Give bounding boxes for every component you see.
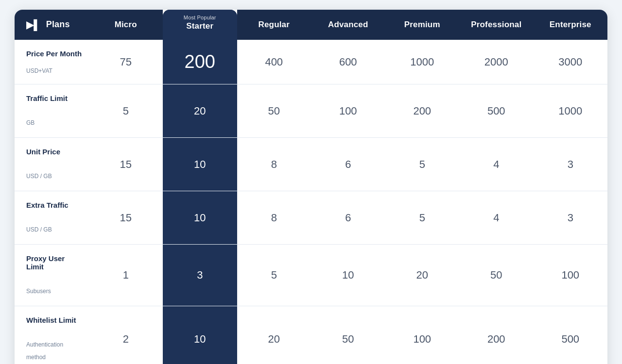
feature-col-proxy-user: Proxy User LimitSubusers: [15, 245, 89, 306]
cell-price-col0: 75: [89, 40, 163, 84]
cell-whitelist-col4: 100: [385, 306, 460, 364]
feature-col-extra-traffic: Extra TrafficUSD / GB: [15, 191, 89, 245]
cell-proxy-user-col5: 50: [459, 245, 534, 306]
row-proxy-user: Proxy User LimitSubusers135102050100: [15, 245, 607, 306]
cell-extra-traffic-col1: 10: [163, 191, 237, 245]
cell-unit-price-col1: 10: [163, 138, 237, 191]
cell-traffic-col3: 100: [311, 84, 385, 138]
cell-unit-price-col2: 8: [237, 138, 311, 191]
feature-sub-traffic: GB: [26, 119, 35, 126]
plans-label: Plans: [46, 19, 70, 29]
cell-proxy-user-col2: 5: [237, 245, 311, 306]
cell-price-col3: 600: [311, 40, 385, 84]
cell-price-col5: 2000: [459, 40, 534, 84]
plans-icon: ▶▌: [26, 19, 41, 31]
feature-col-traffic: Traffic LimitGB: [15, 84, 89, 138]
cell-unit-price-col6: 3: [534, 138, 608, 191]
cell-traffic-col6: 1000: [534, 84, 608, 138]
feature-sub-extra-traffic: USD / GB: [26, 226, 52, 233]
cell-extra-traffic-col5: 4: [459, 191, 534, 245]
feature-name-unit-price: Unit Price: [26, 148, 84, 156]
cell-whitelist-col1: 10: [163, 306, 237, 364]
cell-price-col4: 1000: [385, 40, 460, 84]
header-micro: Micro: [89, 10, 163, 40]
starter-label: Starter: [186, 21, 213, 31]
cell-extra-traffic-col2: 8: [237, 191, 311, 245]
most-popular-label: Most Popular: [168, 15, 232, 20]
cell-unit-price-col0: 15: [89, 138, 163, 191]
feature-name-whitelist: Whitelist Limit: [26, 316, 84, 324]
cell-whitelist-col3: 50: [311, 306, 385, 364]
cell-traffic-col5: 500: [459, 84, 534, 138]
table-body: Price Per MonthUSD+VAT752004006001000200…: [15, 40, 607, 364]
feature-col-unit-price: Unit PriceUSD / GB: [15, 138, 89, 191]
feature-col-price: Price Per MonthUSD+VAT: [15, 40, 89, 84]
header-professional: Professional: [459, 10, 534, 40]
cell-proxy-user-col0: 1: [89, 245, 163, 306]
cell-unit-price-col5: 4: [459, 138, 534, 191]
row-unit-price: Unit PriceUSD / GB151086543: [15, 138, 607, 191]
cell-extra-traffic-col6: 3: [534, 191, 608, 245]
cell-unit-price-col4: 5: [385, 138, 460, 191]
cell-proxy-user-col3: 10: [311, 245, 385, 306]
cell-traffic-col1: 20: [163, 84, 237, 138]
row-extra-traffic: Extra TrafficUSD / GB151086543: [15, 191, 607, 245]
feature-sub-proxy-user: Subusers: [26, 288, 51, 295]
pricing-table-wrapper: ▶▌ Plans Micro Most Popular Starter Regu…: [15, 10, 607, 364]
cell-proxy-user-col4: 20: [385, 245, 460, 306]
feature-name-proxy-user: Proxy User Limit: [26, 254, 84, 271]
cell-extra-traffic-col4: 5: [385, 191, 460, 245]
header-premium: Premium: [385, 10, 460, 40]
row-traffic: Traffic LimitGB520501002005001000: [15, 84, 607, 138]
plans-header: ▶▌ Plans: [15, 10, 89, 40]
header-row: ▶▌ Plans Micro Most Popular Starter Regu…: [15, 10, 607, 40]
pricing-table: ▶▌ Plans Micro Most Popular Starter Regu…: [15, 10, 607, 364]
cell-traffic-col2: 50: [237, 84, 311, 138]
feature-sub-price: USD+VAT: [26, 67, 52, 74]
feature-name-traffic: Traffic Limit: [26, 94, 84, 102]
cell-price-col6: 3000: [534, 40, 608, 84]
feature-sub-unit-price: USD / GB: [26, 173, 52, 180]
cell-extra-traffic-col0: 15: [89, 191, 163, 245]
cell-whitelist-col6: 500: [534, 306, 608, 364]
feature-sub-whitelist: Authentication method: [26, 341, 63, 361]
cell-unit-price-col3: 6: [311, 138, 385, 191]
row-price: Price Per MonthUSD+VAT752004006001000200…: [15, 40, 607, 84]
cell-proxy-user-col6: 100: [534, 245, 608, 306]
cell-traffic-col0: 5: [89, 84, 163, 138]
feature-name-extra-traffic: Extra Traffic: [26, 201, 84, 209]
row-whitelist: Whitelist LimitAuthentication method2102…: [15, 306, 607, 364]
cell-whitelist-col5: 200: [459, 306, 534, 364]
feature-col-whitelist: Whitelist LimitAuthentication method: [15, 306, 89, 364]
cell-price-col2: 400: [237, 40, 311, 84]
cell-proxy-user-col1: 3: [163, 245, 237, 306]
cell-price-col1: 200: [163, 40, 237, 84]
header-enterprise: Enterprise: [534, 10, 608, 40]
cell-extra-traffic-col3: 6: [311, 191, 385, 245]
header-advanced: Advanced: [311, 10, 385, 40]
cell-whitelist-col0: 2: [89, 306, 163, 364]
header-regular: Regular: [237, 10, 311, 40]
feature-name-price: Price Per Month: [26, 50, 84, 58]
cell-traffic-col4: 200: [385, 84, 460, 138]
cell-whitelist-col2: 20: [237, 306, 311, 364]
header-starter: Most Popular Starter: [163, 10, 237, 40]
